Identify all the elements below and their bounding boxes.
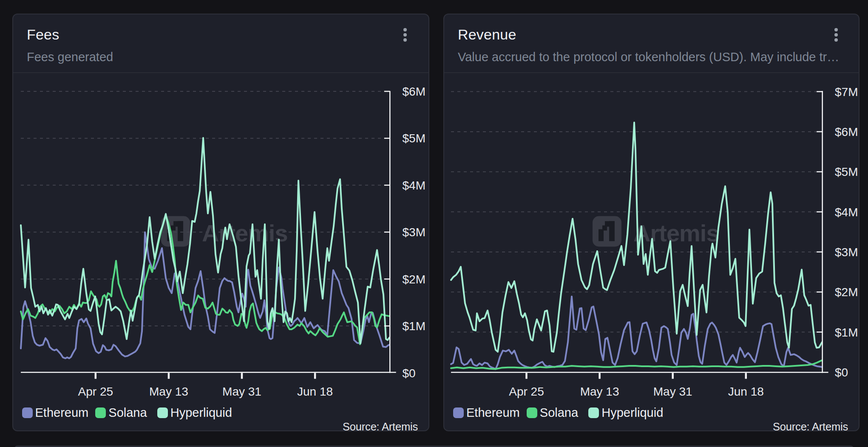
svg-text:May 31: May 31 <box>653 385 692 398</box>
svg-text:May 13: May 13 <box>580 385 619 398</box>
svg-text:$5M: $5M <box>403 132 425 145</box>
svg-text:$1M: $1M <box>403 320 425 333</box>
svg-text:$5M: $5M <box>835 165 858 178</box>
svg-text:$0: $0 <box>403 367 416 380</box>
svg-text:Jun 18: Jun 18 <box>297 385 333 398</box>
svg-text:Apr 25: Apr 25 <box>78 385 113 398</box>
svg-text:May 31: May 31 <box>222 385 261 398</box>
svg-text:$2M: $2M <box>835 286 858 299</box>
svg-text:$0: $0 <box>835 366 848 379</box>
svg-text:Apr 25: Apr 25 <box>509 385 544 398</box>
svg-text:Artemis: Artemis <box>633 220 719 246</box>
svg-text:$2M: $2M <box>403 273 425 286</box>
svg-text:Jun 18: Jun 18 <box>728 385 764 398</box>
svg-text:$1M: $1M <box>835 326 858 339</box>
svg-text:$3M: $3M <box>835 246 858 259</box>
svg-text:$3M: $3M <box>403 226 425 239</box>
svg-text:$4M: $4M <box>835 206 858 219</box>
svg-text:$6M: $6M <box>835 125 858 139</box>
svg-text:$6M: $6M <box>403 85 425 98</box>
svg-text:$7M: $7M <box>835 85 858 99</box>
svg-text:May 13: May 13 <box>149 385 188 398</box>
svg-text:$4M: $4M <box>403 179 425 192</box>
